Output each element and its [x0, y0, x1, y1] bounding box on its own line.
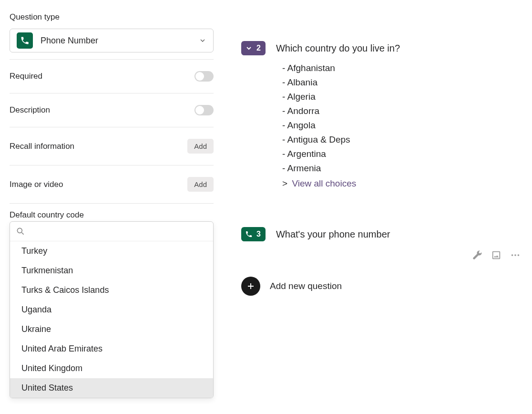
- question-2-number: 2: [256, 44, 261, 52]
- svg-point-2: [512, 254, 513, 256]
- chevron-down-icon: [199, 37, 206, 44]
- svg-point-4: [518, 254, 520, 256]
- divider: [10, 127, 214, 127]
- required-toggle[interactable]: [194, 71, 214, 82]
- country-option[interactable]: Turkey: [10, 241, 213, 261]
- question-type-label: Question type: [10, 12, 214, 22]
- plus-icon: [246, 282, 255, 290]
- svg-line-1: [22, 233, 24, 235]
- country-option[interactable]: Turkmenistan: [10, 261, 213, 280]
- chevron-down-icon: [245, 44, 253, 52]
- more-icon[interactable]: [510, 250, 521, 260]
- wrench-icon[interactable]: [472, 250, 482, 260]
- country-option[interactable]: United States: [10, 378, 213, 398]
- question-2-choices: AfghanistanAlbaniaAlgeriaAndorraAngolaAn…: [282, 61, 522, 191]
- recall-row: Recall information Add: [10, 134, 214, 158]
- country-search-input[interactable]: [28, 227, 208, 236]
- country-option[interactable]: Ukraine: [10, 320, 213, 339]
- choice-item: Argentina: [282, 147, 522, 161]
- recall-add-button[interactable]: Add: [187, 139, 214, 154]
- question-3-title: What's your phone number: [276, 229, 390, 240]
- country-option[interactable]: Uganda: [10, 300, 213, 320]
- image-icon[interactable]: [491, 250, 501, 260]
- question-3: 3 What's your phone number: [241, 227, 522, 241]
- add-question-label: Add new question: [270, 281, 342, 291]
- country-option[interactable]: United Kingdom: [10, 359, 213, 378]
- choice-item: Angola: [282, 118, 522, 133]
- choice-item: Armenia: [282, 161, 522, 176]
- question-type-select[interactable]: Phone Number: [10, 29, 214, 52]
- country-search-row: [10, 222, 213, 241]
- question-2: 2 Which country do you live in? Afghanis…: [241, 41, 522, 191]
- divider: [10, 203, 214, 204]
- default-country-label: Default country code: [10, 210, 214, 220]
- choice-item: Algeria: [282, 90, 522, 104]
- media-label: Image or video: [10, 180, 63, 189]
- divider: [10, 165, 214, 166]
- add-question-row: Add new question: [241, 277, 522, 296]
- divider: [10, 59, 214, 60]
- country-list: TurkeyTurkmenistanTurks & Caicos Islands…: [10, 241, 213, 398]
- description-label: Description: [10, 105, 50, 115]
- add-question-button[interactable]: [241, 277, 260, 296]
- media-row: Image or video Add: [10, 172, 214, 197]
- phone-icon: [245, 230, 253, 238]
- description-row: Description: [10, 100, 214, 120]
- description-toggle[interactable]: [194, 105, 214, 115]
- svg-point-3: [514, 254, 516, 256]
- question-3-badge[interactable]: 3: [241, 227, 266, 241]
- recall-label: Recall information: [10, 142, 74, 151]
- question-3-number: 3: [256, 230, 261, 238]
- svg-point-0: [17, 228, 22, 233]
- question-3-actions: [472, 250, 521, 260]
- choice-item: Antigua & Deps: [282, 133, 522, 147]
- country-dropdown: TurkeyTurkmenistanTurks & Caicos Islands…: [10, 221, 214, 398]
- view-all-choices-link[interactable]: > View all choices: [282, 176, 522, 191]
- choice-item: Afghanistan: [282, 61, 522, 75]
- choice-item: Andorra: [282, 104, 522, 118]
- country-option[interactable]: Turks & Caicos Islands: [10, 280, 213, 300]
- settings-panel: Question type Phone Number Required Desc…: [0, 0, 223, 414]
- preview-panel: 2 Which country do you live in? Afghanis…: [223, 0, 532, 414]
- search-icon: [16, 227, 25, 236]
- question-2-badge[interactable]: 2: [241, 41, 266, 55]
- media-add-button[interactable]: Add: [187, 177, 214, 192]
- required-row: Required: [10, 66, 214, 86]
- question-2-title: Which country do you live in?: [276, 43, 400, 54]
- phone-icon: [17, 32, 33, 49]
- question-type-value: Phone Number: [41, 36, 199, 46]
- choice-item: Albania: [282, 75, 522, 90]
- country-option[interactable]: United Arab Emirates: [10, 339, 213, 359]
- divider: [10, 93, 214, 93]
- required-label: Required: [10, 72, 42, 81]
